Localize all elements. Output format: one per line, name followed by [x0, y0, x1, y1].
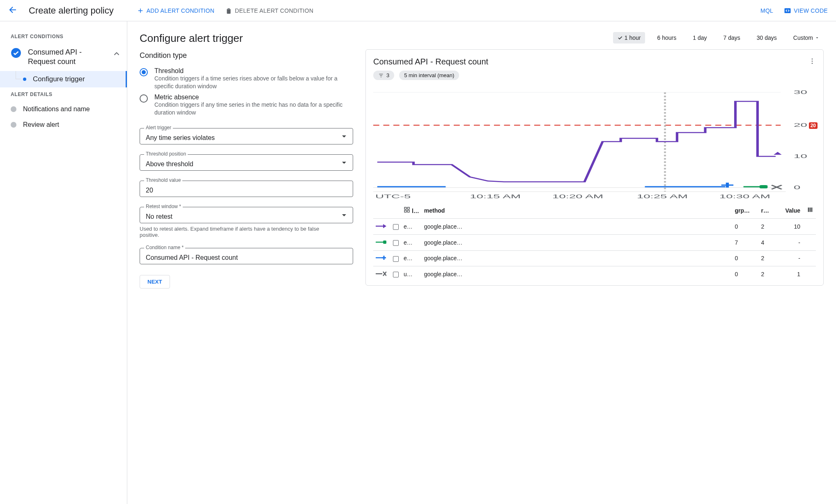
add-alert-condition-button[interactable]: ADD ALERT CONDITION: [137, 7, 214, 14]
trigger-form: Configure alert trigger Condition type T…: [140, 32, 353, 493]
svg-point-1: [11, 48, 21, 58]
filter-icon: [378, 73, 384, 78]
svg-rect-24: [407, 210, 409, 212]
svg-text:10:25 AM: 10:25 AM: [637, 194, 688, 199]
preview-panel: 1 hour6 hours1 day7 days30 daysCustom Co…: [365, 32, 824, 493]
condition-type-absence[interactable]: Metric absence Condition triggers if any…: [140, 92, 353, 118]
sidebar-review[interactable]: Review alert: [0, 117, 127, 133]
delete-alert-condition-button[interactable]: DELETE ALERT CONDITION: [225, 7, 313, 14]
active-dot-icon: [23, 78, 26, 81]
svg-rect-25: [808, 208, 809, 212]
svg-rect-21: [404, 207, 407, 209]
kebab-icon: [808, 57, 816, 65]
time-range-6-hours[interactable]: 6 hours: [653, 32, 681, 44]
chart-title: Consumed API - Request count: [373, 57, 488, 66]
svg-rect-31: [383, 241, 386, 244]
radio-selected-icon: [140, 68, 148, 76]
condition-type-threshold[interactable]: Threshold Condition triggers if a time s…: [140, 66, 353, 92]
columns-icon[interactable]: [404, 206, 410, 213]
mql-button[interactable]: MQL: [760, 7, 773, 14]
svg-text:20: 20: [794, 122, 807, 128]
time-range-chips: 1 hour6 hours1 day7 days30 daysCustom: [365, 32, 824, 44]
alert-trigger-select[interactable]: Alert trigger Any time series violates: [140, 128, 353, 144]
back-button[interactable]: [8, 5, 18, 16]
view-code-button[interactable]: VIEW CODE: [784, 7, 828, 14]
page-title: Create alerting policy: [29, 5, 114, 16]
svg-text:UTC-5: UTC-5: [375, 194, 411, 199]
threshold-value-input[interactable]: Threshold value 20: [140, 181, 353, 197]
chevron-up-icon[interactable]: [112, 49, 121, 58]
svg-text:0: 0: [794, 185, 800, 190]
threshold-badge: 20: [809, 122, 818, 129]
filter-chip[interactable]: 3: [373, 71, 394, 80]
arrow-left-icon: [8, 5, 18, 15]
time-range-custom[interactable]: Custom: [789, 32, 824, 44]
card-menu-button[interactable]: [808, 57, 816, 66]
column-chooser-icon[interactable]: [807, 206, 813, 213]
retest-hint: Used to retest alerts. Expand timeframe …: [140, 226, 337, 238]
svg-text:10:15 AM: 10:15 AM: [470, 194, 521, 199]
time-range-7-days[interactable]: 7 days: [719, 32, 744, 44]
svg-rect-0: [785, 8, 791, 13]
svg-point-3: [812, 61, 813, 62]
row-checkbox[interactable]: [393, 240, 399, 246]
svg-text:10:20 AM: 10:20 AM: [552, 194, 603, 199]
series-mark-icon: [376, 271, 386, 277]
series-mark-icon: [376, 255, 386, 261]
svg-marker-29: [383, 224, 386, 228]
sidebar: ALERT CONDITIONS Consumed API - Request …: [0, 21, 127, 504]
check-icon: [617, 35, 623, 41]
svg-rect-27: [811, 208, 813, 212]
toolbar: Create alerting policy ADD ALERT CONDITI…: [0, 0, 836, 21]
interval-chip[interactable]: 5 min interval (mean): [399, 71, 459, 80]
svg-text:10: 10: [794, 153, 807, 159]
step-bullet-icon: [11, 122, 16, 128]
row-checkbox[interactable]: [393, 272, 399, 277]
condition-type-heading: Condition type: [140, 51, 353, 60]
caret-down-icon: [815, 35, 820, 40]
svg-rect-23: [404, 210, 407, 212]
chart-card: Consumed API - Request count 3 5 min int…: [365, 49, 824, 286]
chart: 30 20 10 0: [373, 84, 816, 199]
svg-text:10:30 AM: 10:30 AM: [719, 194, 770, 199]
svg-text:30: 30: [794, 89, 807, 95]
time-range-1-hour[interactable]: 1 hour: [613, 32, 645, 44]
row-checkbox[interactable]: [393, 224, 399, 230]
sidebar-configure-trigger[interactable]: Configure trigger: [0, 71, 127, 87]
trash-icon: [225, 7, 232, 14]
table-row[interactable]: e…google.place…02-: [373, 250, 816, 266]
threshold-position-select[interactable]: Threshold position Above threshold: [140, 154, 353, 171]
series-mark-icon: [376, 239, 386, 245]
step-bullet-icon: [11, 106, 16, 112]
table-header: l… method grp… r… Value: [373, 202, 816, 219]
alert-conditions-label: ALERT CONDITIONS: [0, 30, 127, 44]
sidebar-condition[interactable]: Consumed API - Request count: [0, 44, 127, 71]
svg-rect-22: [407, 207, 409, 209]
check-circle-icon: [11, 48, 21, 58]
condition-name-input[interactable]: Condition name * Consumed API - Request …: [140, 248, 353, 264]
table-row[interactable]: e…google.place…74-: [373, 234, 816, 250]
row-checkbox[interactable]: [393, 256, 399, 262]
time-range-30-days[interactable]: 30 days: [753, 32, 781, 44]
radio-unselected-icon: [140, 94, 148, 103]
table-row[interactable]: u…google.place…021: [373, 266, 816, 282]
svg-point-2: [812, 58, 813, 60]
code-icon: [784, 7, 791, 14]
alert-details-label: ALERT DETAILS: [0, 87, 127, 101]
sidebar-notifications[interactable]: Notifications and name: [0, 101, 127, 117]
legend-table: l… method grp… r… Value e…google.place…0…: [373, 202, 816, 282]
plus-icon: [137, 7, 144, 14]
svg-point-4: [812, 63, 813, 64]
retest-window-select[interactable]: Retest window * No retest: [140, 207, 353, 223]
time-range-1-day[interactable]: 1 day: [689, 32, 711, 44]
svg-rect-26: [810, 208, 811, 212]
series-mark-icon: [376, 223, 386, 229]
table-row[interactable]: e…google.place…0210: [373, 219, 816, 235]
svg-rect-14: [760, 185, 768, 188]
form-heading: Configure alert trigger: [140, 32, 353, 45]
next-button[interactable]: NEXT: [140, 275, 170, 289]
svg-marker-13: [774, 152, 782, 155]
